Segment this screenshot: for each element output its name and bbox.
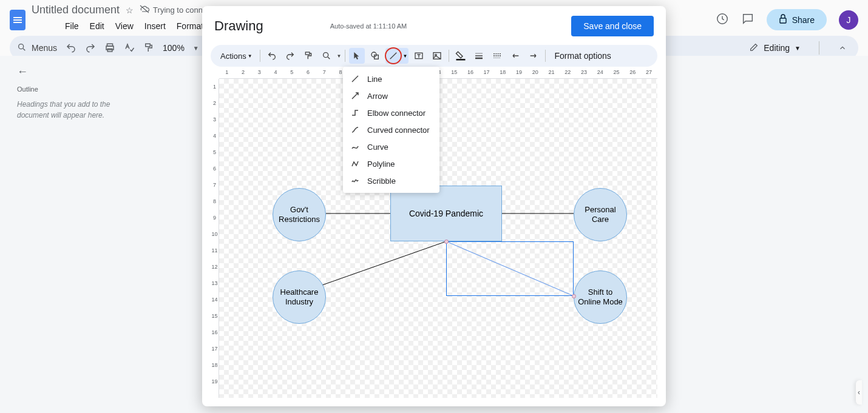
ruler-tick: 24 (592, 69, 609, 78)
ruler-tick: 25 (609, 69, 625, 78)
ruler-tick: 11 (211, 243, 219, 259)
border-color-icon[interactable] (453, 48, 469, 64)
select-tool-icon[interactable] (349, 48, 365, 64)
ruler-tick: 8 (211, 193, 219, 210)
ruler-tick: 21 (544, 69, 560, 78)
toolbar-separator (545, 50, 546, 62)
actions-menu-button[interactable]: Actions ▼ (217, 49, 256, 63)
undo-icon[interactable] (264, 48, 280, 64)
ruler-tick: 6 (300, 69, 317, 78)
diagram-node-personal-care[interactable]: Personal Care (574, 188, 627, 241)
line-tool-dropdown-button[interactable]: ▼ (401, 48, 409, 64)
ruler-tick: 4 (211, 128, 219, 144)
line-menu-item-label: Curve (367, 143, 388, 152)
diagram-node-healthcare[interactable]: Healthcare Industry (273, 270, 326, 324)
ruler-tick: 18 (211, 357, 219, 374)
line-menu-item-label: Polyline (367, 159, 395, 169)
border-weight-icon[interactable] (471, 48, 487, 64)
scribble-icon (350, 176, 360, 186)
ruler-tick: 15 (211, 308, 219, 324)
toolbar-separator (449, 50, 449, 62)
diagram-node-center[interactable]: Covid-19 Pandemic (390, 186, 502, 241)
line-type-menu: Line Arrow Elbow connector Curved connec… (343, 67, 439, 193)
ruler-tick: 26 (625, 69, 641, 78)
ruler-tick: 15 (446, 69, 463, 78)
line-end-icon[interactable] (526, 48, 541, 64)
line-menu-curved[interactable]: Curved connector (343, 121, 439, 138)
ruler-tick: 14 (211, 292, 219, 308)
toolbar-separator (345, 50, 345, 62)
zoom-tool-icon[interactable] (319, 48, 334, 64)
save-and-close-button[interactable]: Save and close (571, 16, 654, 36)
ruler-tick: 20 (527, 69, 544, 78)
actions-label: Actions (220, 52, 246, 61)
svg-point-9 (323, 53, 328, 58)
modal-scrim: Drawing Auto-saved at 1:11:10 AM Save an… (0, 0, 868, 413)
elbow-connector-icon (350, 108, 360, 118)
textbox-tool-icon[interactable] (411, 48, 427, 64)
ruler-tick: 7 (211, 177, 219, 193)
ruler-tick: 2 (236, 69, 252, 78)
node-label: Covid-19 Pandemic (409, 209, 483, 218)
line-start-icon[interactable] (507, 48, 523, 64)
shape-tool-icon[interactable] (367, 48, 383, 64)
drawing-toolbar: Actions ▼ ▼ (211, 45, 657, 67)
ruler-tick: 13 (211, 275, 219, 292)
node-label: Shift to Online Mode (577, 287, 624, 306)
diagram-node-online[interactable]: Shift to Online Mode (574, 270, 627, 324)
ruler-tick: 10 (211, 226, 219, 243)
svg-rect-8 (305, 52, 310, 55)
line-menu-item-label: Elbow connector (367, 109, 426, 118)
format-options-button[interactable]: Format options (554, 51, 611, 61)
diagram-node-govt[interactable]: Gov't Restrictions (273, 188, 326, 241)
ruler-vertical: 12345678910111213141516171819 (211, 79, 219, 398)
ruler-tick: 22 (560, 69, 576, 78)
toolbar-separator (260, 50, 260, 62)
line-tool-group: ▼ (385, 48, 409, 64)
line-menu-elbow[interactable]: Elbow connector (343, 104, 439, 121)
drawing-dialog: Drawing Auto-saved at 1:11:10 AM Save an… (202, 6, 666, 406)
selection-bounding-box[interactable] (446, 241, 574, 296)
line-icon (350, 74, 360, 84)
line-tool-button[interactable] (385, 48, 401, 64)
chevron-down-icon[interactable]: ▼ (337, 53, 342, 59)
ruler-tick: 17 (211, 341, 219, 357)
drawing-dialog-header: Drawing Auto-saved at 1:11:10 AM Save an… (202, 6, 666, 42)
redo-icon[interactable] (282, 48, 298, 64)
ruler-tick: 5 (211, 144, 219, 161)
connector-endpoint-handle[interactable] (572, 294, 576, 298)
border-dash-icon[interactable] (489, 48, 505, 64)
line-menu-curve[interactable]: Curve (343, 138, 439, 155)
svg-line-18 (322, 241, 446, 285)
ruler-tick: 17 (479, 69, 495, 78)
ruler-tick: 18 (495, 69, 511, 78)
svg-rect-15 (456, 59, 466, 60)
arrow-icon (350, 91, 360, 101)
ruler-tick: 7 (316, 69, 333, 78)
paint-format-icon[interactable] (300, 48, 316, 64)
ruler-tick: 3 (251, 69, 268, 78)
line-menu-item-label: Arrow (367, 92, 388, 101)
line-menu-item-label: Curved connector (367, 126, 430, 135)
line-menu-polyline[interactable]: Polyline (343, 155, 439, 172)
connector-endpoint-handle[interactable] (444, 240, 449, 244)
ruler-tick: 2 (211, 95, 219, 112)
ruler-tick: 23 (576, 69, 592, 78)
ruler-tick: 3 (211, 112, 219, 128)
drawing-title: Drawing (214, 18, 263, 34)
node-label: Gov't Restrictions (276, 205, 323, 224)
chevron-down-icon: ▼ (248, 53, 253, 59)
line-menu-line[interactable]: Line (343, 70, 439, 87)
line-menu-item-label: Line (367, 75, 382, 84)
node-label: Personal Care (577, 205, 624, 224)
line-menu-item-label: Scribble (367, 176, 396, 186)
image-tool-icon[interactable] (429, 48, 445, 64)
ruler-tick: 27 (641, 69, 657, 78)
ruler-tick: 16 (211, 324, 219, 341)
line-menu-arrow[interactable]: Arrow (343, 87, 439, 104)
ruler-tick: 5 (284, 69, 300, 78)
ruler-tick: 16 (463, 69, 479, 78)
line-menu-scribble[interactable]: Scribble (343, 172, 439, 189)
ruler-tick: 19 (211, 374, 219, 390)
ruler-tick: 6 (211, 161, 219, 177)
